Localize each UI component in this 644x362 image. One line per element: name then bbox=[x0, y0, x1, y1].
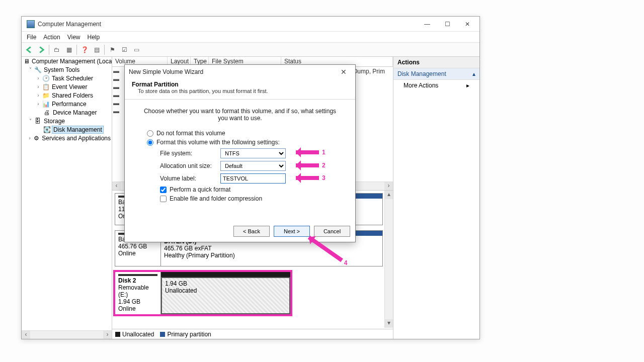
annotation-1: 1 bbox=[296, 149, 326, 156]
chevron-right-icon: ▸ bbox=[466, 82, 469, 89]
expander[interactable]: › bbox=[36, 84, 41, 89]
checkbox-quick-format[interactable]: Perform a quick format bbox=[160, 186, 340, 193]
view-button[interactable]: ☑ bbox=[119, 44, 130, 55]
storage-icon: 🗄 bbox=[34, 117, 42, 125]
select-filesystem[interactable]: NTFS bbox=[220, 148, 286, 158]
expander[interactable]: › bbox=[36, 101, 41, 107]
list-button[interactable]: ▭ bbox=[131, 44, 142, 55]
settings-button[interactable]: ⚑ bbox=[107, 44, 118, 55]
disk-2-row[interactable]: Disk 2 Removable (E:) 1.94 GB Online 1.9… bbox=[115, 272, 291, 315]
disk-1-status: Online bbox=[118, 250, 157, 257]
toolbar: 🗀 ▦ ❓ ▤ ⚑ ☑ ▭ bbox=[22, 43, 479, 57]
select-allocation[interactable]: Default bbox=[220, 161, 286, 171]
expander[interactable]: ˅ bbox=[28, 118, 33, 124]
forward-button[interactable] bbox=[36, 44, 47, 55]
tree-hscroll[interactable]: ‹› bbox=[22, 330, 112, 339]
input-volume-label[interactable] bbox=[220, 173, 286, 184]
menubar: File Action View Help bbox=[22, 32, 479, 43]
titlebar: Computer Management — ☐ ✕ bbox=[22, 17, 479, 32]
folder-icon: 📁 bbox=[42, 92, 50, 100]
menu-help[interactable]: Help bbox=[88, 34, 100, 41]
minimize-button[interactable]: — bbox=[417, 17, 437, 31]
legend: Unallocated Primary partition bbox=[112, 329, 393, 339]
menu-action[interactable]: Action bbox=[43, 34, 60, 41]
annotation-3: 3 bbox=[296, 174, 326, 182]
back-button[interactable] bbox=[24, 44, 35, 55]
disk-1-part-size: 465.76 GB exFAT bbox=[164, 245, 379, 252]
performance-icon: 📊 bbox=[42, 100, 50, 108]
menu-view[interactable]: View bbox=[67, 34, 80, 41]
wizard-prompt: Choose whether you want to format this v… bbox=[140, 108, 340, 122]
disk-2-un-size: 1.94 GB bbox=[165, 280, 286, 287]
maximize-button[interactable]: ☐ bbox=[437, 17, 457, 31]
actions-more[interactable]: More Actions▸ bbox=[393, 80, 479, 91]
disk-1-part-health: Healthy (Primary Partition) bbox=[164, 252, 379, 259]
tree-shared-folders[interactable]: Shared Folders bbox=[51, 92, 94, 99]
checkbox-compression[interactable]: Enable file and folder compression bbox=[160, 195, 340, 202]
tree-device-manager[interactable]: Device Manager bbox=[52, 109, 98, 116]
collapse-icon: ▴ bbox=[472, 70, 475, 77]
tree-storage[interactable]: Storage bbox=[43, 118, 66, 125]
cancel-button[interactable]: Cancel bbox=[314, 226, 350, 237]
device-icon: 🖨 bbox=[43, 109, 51, 117]
actions-section[interactable]: Disk Management▴ bbox=[393, 68, 479, 80]
scheduler-icon: 🕑 bbox=[42, 74, 50, 82]
window-title: Computer Management bbox=[38, 21, 417, 28]
tree-event-viewer[interactable]: Event Viewer bbox=[51, 83, 88, 90]
disk-1-size: 465.76 GB bbox=[118, 243, 157, 250]
disk-2-status: Online bbox=[118, 305, 157, 312]
disk-2-size: 1.94 GB bbox=[118, 298, 157, 305]
radio-format[interactable]: Format this volume with the following se… bbox=[147, 139, 340, 146]
expander[interactable]: ˅ bbox=[28, 67, 33, 72]
menu-file[interactable]: File bbox=[27, 34, 36, 41]
label-volume-label: Volume label: bbox=[160, 175, 220, 182]
disk-icon: 💽 bbox=[43, 126, 51, 134]
back-button[interactable]: < Back bbox=[233, 226, 270, 237]
tree-task-scheduler[interactable]: Task Scheduler bbox=[51, 75, 94, 82]
legend-unalloc: Unallocated bbox=[122, 331, 154, 338]
expander[interactable]: › bbox=[36, 75, 41, 81]
tree-services[interactable]: Services and Applications bbox=[41, 135, 112, 142]
app-icon bbox=[27, 20, 35, 28]
refresh-button[interactable]: ▤ bbox=[91, 44, 102, 55]
wizard-subheading: To store data on this partition, you mus… bbox=[132, 88, 348, 94]
close-button[interactable]: ✕ bbox=[457, 17, 477, 31]
expander[interactable]: › bbox=[28, 135, 32, 141]
services-icon: ⚙ bbox=[33, 134, 40, 142]
disk-2-name: Disk 2 bbox=[118, 277, 157, 284]
label-filesystem: File system: bbox=[160, 150, 220, 157]
properties-button[interactable]: ▦ bbox=[63, 44, 74, 55]
help-button[interactable]: ❓ bbox=[79, 44, 90, 55]
disk-2-un-label: Unallocated bbox=[165, 287, 286, 294]
tree-performance[interactable]: Performance bbox=[51, 101, 88, 108]
computer-icon: 🖥 bbox=[24, 57, 30, 65]
tools-icon: 🔧 bbox=[34, 66, 42, 74]
eventviewer-icon: 📋 bbox=[42, 83, 50, 91]
wizard-heading: Format Partition bbox=[132, 81, 348, 88]
radio-no-format[interactable]: Do not format this volume bbox=[147, 130, 340, 137]
legend-primary: Primary partition bbox=[167, 331, 211, 338]
disk-2-type: Removable (E:) bbox=[118, 284, 157, 298]
actions-pane: Actions Disk Management▴ More Actions▸ bbox=[393, 57, 479, 339]
tree-root[interactable]: Computer Management (Local bbox=[31, 58, 112, 65]
nav-tree: 🖥Computer Management (Local ˅🔧System Too… bbox=[22, 57, 112, 339]
actions-header: Actions bbox=[393, 57, 479, 68]
label-allocation: Allocation unit size: bbox=[160, 162, 220, 169]
wizard-close-button[interactable]: ✕ bbox=[336, 68, 351, 76]
tree-system-tools[interactable]: System Tools bbox=[43, 66, 80, 73]
annotation-2: 2 bbox=[296, 162, 326, 169]
up-button[interactable]: 🗀 bbox=[51, 44, 62, 55]
wizard-title: New Simple Volume Wizard bbox=[129, 68, 336, 75]
expander[interactable]: › bbox=[36, 93, 41, 98]
tree-disk-management[interactable]: Disk Management bbox=[52, 126, 104, 134]
disk-vscroll[interactable]: ▴▾ bbox=[384, 191, 393, 328]
